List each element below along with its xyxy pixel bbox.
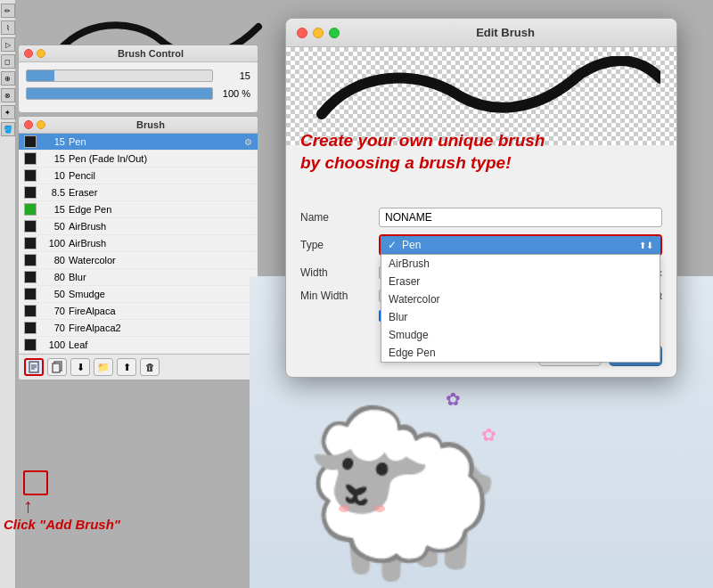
brush-item-firealpaca[interactable]: 70 FireAlpaca bbox=[19, 303, 258, 320]
brush-name-leaf: Leaf bbox=[69, 339, 252, 350]
brush-list-body: 15 Pen ⚙ 15 Pen (Fade In/Out) 10 Pencil … bbox=[19, 134, 258, 354]
modal-annotation-text: Create your own unique brush by choosing… bbox=[300, 130, 662, 174]
brush-item-airbrush-100[interactable]: 100 AirBrush bbox=[19, 235, 258, 252]
brush-item-blur[interactable]: 80 Blur bbox=[19, 269, 258, 286]
tool-btn-8[interactable]: 🪣 bbox=[1, 122, 15, 136]
export-brush-button[interactable]: ⬆ bbox=[117, 358, 136, 376]
delete-brush-button[interactable]: 🗑 bbox=[140, 358, 160, 376]
brush-size-blur: 80 bbox=[40, 272, 65, 282]
name-input[interactable] bbox=[379, 208, 662, 227]
brush-size-edge-pen: 15 bbox=[40, 204, 65, 215]
brush-size-airbrush-50: 50 bbox=[40, 221, 65, 232]
folder-button[interactable]: 📁 bbox=[94, 358, 113, 376]
brush-swatch-pen bbox=[24, 135, 37, 148]
size-slider-value: 15 bbox=[218, 70, 250, 81]
import-brush-button[interactable]: ⬇ bbox=[70, 358, 90, 376]
brush-name-pencil: Pencil bbox=[69, 170, 252, 181]
type-option-smudge[interactable]: Smudge bbox=[381, 326, 660, 344]
tool-btn-2[interactable]: ⌇ bbox=[1, 20, 15, 35]
brush-item-airbrush-50[interactable]: 50 AirBrush bbox=[19, 218, 258, 235]
new-brush-icon bbox=[29, 361, 39, 373]
name-form-row: Name bbox=[300, 208, 662, 227]
brush-control-body: 15 100 % bbox=[19, 62, 258, 112]
brush-size-airbrush-100: 100 bbox=[40, 238, 65, 249]
brush-swatch-leaf bbox=[24, 339, 37, 351]
brush-size-pencil: 10 bbox=[40, 170, 65, 181]
add-brush-annotation: Click "Add Brush" bbox=[4, 517, 120, 532]
add-brush-highlight bbox=[23, 470, 48, 495]
brush-item-pen-fade[interactable]: 15 Pen (Fade In/Out) bbox=[19, 151, 258, 167]
brush-control-close[interactable] bbox=[24, 49, 33, 58]
brush-control-minimize[interactable] bbox=[37, 49, 45, 58]
size-slider-track[interactable] bbox=[26, 69, 213, 82]
type-checkmark: ✓ bbox=[388, 239, 397, 251]
brush-list-close[interactable] bbox=[24, 120, 33, 129]
copy-brush-icon bbox=[52, 361, 62, 373]
brush-swatch-watercolor bbox=[24, 254, 37, 266]
brush-item-eraser[interactable]: 8.5 Eraser bbox=[19, 184, 258, 201]
tool-btn-4[interactable]: ◻ bbox=[1, 54, 15, 69]
brush-list-minimize[interactable] bbox=[37, 120, 45, 129]
type-label: Type bbox=[300, 239, 372, 251]
brush-name-edge-pen: Edge Pen bbox=[69, 204, 252, 215]
opacity-slider-track[interactable] bbox=[26, 87, 213, 100]
sheep-cheek-left bbox=[339, 505, 349, 512]
brush-item-smudge[interactable]: 50 Smudge bbox=[19, 286, 258, 303]
type-selected-value: Pen bbox=[402, 239, 421, 251]
tool-btn-3[interactable]: ▷ bbox=[1, 37, 15, 52]
brush-control-panel: Brush Control 15 100 % bbox=[18, 45, 258, 113]
tool-btn-7[interactable]: ✦ bbox=[1, 105, 15, 119]
tool-btn-1[interactable]: ✏ bbox=[1, 4, 15, 18]
brush-name-eraser: Eraser bbox=[69, 187, 252, 198]
modal-zoom-button[interactable] bbox=[329, 28, 340, 38]
brush-name-pen: Pen bbox=[69, 136, 241, 147]
brush-size-firealpaca: 70 bbox=[40, 306, 65, 316]
brush-swatch-pen-fade bbox=[24, 152, 37, 165]
tool-btn-6[interactable]: ⊗ bbox=[1, 88, 15, 102]
brush-item-pencil[interactable]: 10 Pencil bbox=[19, 167, 258, 184]
brush-list-footer: ⬇ 📁 ⬆ 🗑 bbox=[19, 354, 258, 380]
brush-item-leaf[interactable]: 100 Leaf bbox=[19, 337, 258, 354]
type-dropdown[interactable]: ✓ Pen ⬆⬇ AirBrush Eraser Watercolor Blur… bbox=[379, 234, 662, 256]
type-dropdown-selected[interactable]: ✓ Pen ⬆⬇ bbox=[381, 236, 660, 254]
type-option-eraser[interactable]: Eraser bbox=[381, 273, 660, 290]
brush-swatch-smudge bbox=[24, 288, 37, 300]
modal-brush-stroke-svg bbox=[304, 56, 660, 136]
brush-list-titlebar: Brush bbox=[19, 117, 258, 134]
brush-list-panel: Brush 15 Pen ⚙ 15 Pen (Fade In/Out) 10 P… bbox=[18, 116, 258, 380]
modal-close-button[interactable] bbox=[297, 28, 307, 38]
brush-name-blur: Blur bbox=[69, 272, 252, 282]
brush-gear-pen[interactable]: ⚙ bbox=[244, 137, 252, 147]
type-dropdown-arrow: ⬆⬇ bbox=[639, 241, 653, 250]
brush-swatch-edge-pen bbox=[24, 203, 37, 216]
modal-annotation-container: Create your own unique brush by choosing… bbox=[300, 130, 662, 174]
brush-swatch-firealpaca2 bbox=[24, 322, 37, 334]
brush-size-eraser: 8.5 bbox=[40, 187, 65, 198]
brush-size-leaf: 100 bbox=[40, 339, 65, 350]
type-form-row: Type ✓ Pen ⬆⬇ AirBrush Eraser Watercolor… bbox=[300, 234, 662, 256]
type-option-airbrush[interactable]: AirBrush bbox=[381, 255, 660, 273]
brush-item-pen[interactable]: 15 Pen ⚙ bbox=[19, 134, 258, 151]
brush-size-pen-fade: 15 bbox=[40, 153, 65, 164]
modal-minimize-button[interactable] bbox=[313, 28, 324, 38]
size-slider-row: 15 bbox=[26, 69, 250, 82]
left-toolbar: ✏ ⌇ ▷ ◻ ⊕ ⊗ ✦ 🪣 bbox=[0, 0, 16, 588]
modal-form: Name Type ✓ Pen ⬆⬇ AirBrush Eraser Water… bbox=[286, 199, 676, 338]
modal-title: Edit Brush bbox=[345, 26, 666, 39]
brush-item-edge-pen[interactable]: 15 Edge Pen bbox=[19, 201, 258, 218]
brush-swatch-airbrush-50 bbox=[24, 220, 37, 233]
tool-btn-5[interactable]: ⊕ bbox=[1, 71, 15, 86]
brush-item-watercolor[interactable]: 80 Watercolor bbox=[19, 252, 258, 269]
min-width-label: Min Width bbox=[300, 290, 372, 302]
brush-swatch-blur bbox=[24, 271, 37, 283]
name-label: Name bbox=[300, 211, 372, 224]
copy-brush-button[interactable] bbox=[47, 358, 67, 376]
type-option-blur[interactable]: Blur bbox=[381, 308, 660, 326]
type-option-watercolor[interactable]: Watercolor bbox=[381, 290, 660, 308]
opacity-slider-row: 100 % bbox=[26, 87, 250, 100]
brush-name-firealpaca2: FireAlpaca2 bbox=[69, 323, 252, 333]
type-option-edge-pen[interactable]: Edge Pen bbox=[381, 344, 660, 362]
brush-name-firealpaca: FireAlpaca bbox=[69, 306, 252, 316]
brush-item-firealpaca2[interactable]: 70 FireAlpaca2 bbox=[19, 320, 258, 337]
add-brush-button[interactable] bbox=[24, 358, 44, 376]
